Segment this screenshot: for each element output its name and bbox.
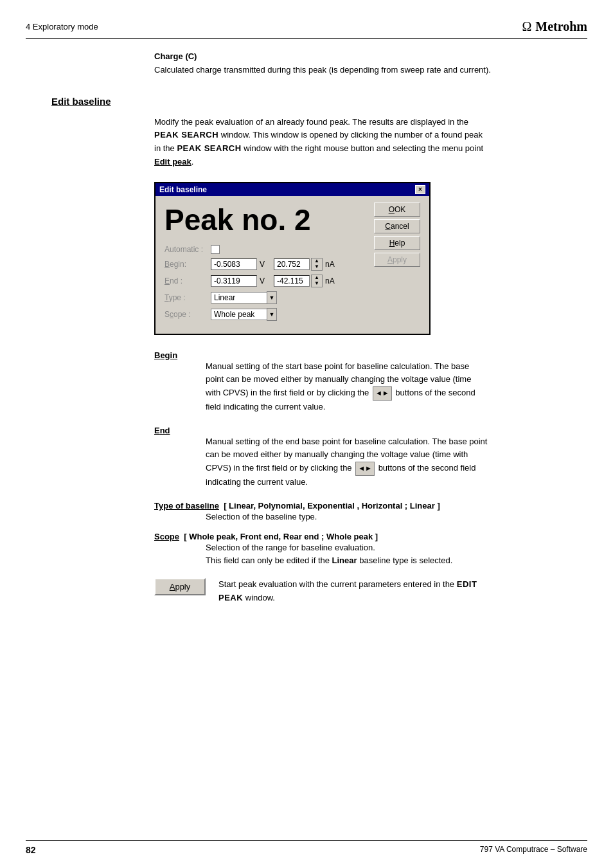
begin-section-content: Manual setting of the start base point f… (206, 360, 488, 414)
peak-search-ref2: PEAK SEARCH (177, 143, 241, 153)
apply-button[interactable]: Apply (154, 578, 206, 595)
edit-baseline-heading: Edit baseline (51, 96, 587, 107)
scope-desc2: This field can only be edited if the (206, 556, 332, 565)
type-select[interactable] (211, 292, 267, 303)
product-name: 797 VA Computrace – Software (480, 845, 587, 855)
scope-section: Scope [ Whole peak, Front end, Rear end … (154, 532, 514, 566)
apply-description: Start peak evaluation with the current p… (218, 578, 501, 605)
type-baseline-options: [ Linear, Polynomial, Exponential , Hori… (222, 501, 440, 511)
page-footer: 82 797 VA Computrace – Software (26, 840, 587, 855)
desc-text3: window with the right mouse button and s… (242, 143, 484, 153)
end-voltage-input[interactable] (211, 275, 257, 287)
dialog-main-area: Peak no. 2 Automatic : Begin: V (164, 203, 368, 325)
brand-name: Metrohm (535, 19, 587, 34)
help-button[interactable]: Help (374, 236, 420, 250)
end-voltage-unit: V (260, 276, 265, 285)
charge-description: Calculated charge transmitted during thi… (154, 64, 587, 77)
chapter-title: 4 Exploratory mode (26, 22, 98, 32)
automatic-checkbox[interactable] (211, 245, 220, 254)
peak-search-ref1: PEAK SEARCH (154, 130, 218, 140)
dialog-title: Edit baseline (159, 185, 207, 194)
charge-title: Charge (C) (154, 51, 587, 61)
begin-spinner-down[interactable]: ▼ (312, 264, 322, 270)
end-label: End : (164, 276, 211, 285)
apply-label-rest: pply (175, 582, 190, 592)
end-row: End : V ▲ ▼ nA (164, 275, 368, 287)
scope-select-container: ▼ (211, 308, 277, 321)
scope-options: [ Whole peak, Front end, Rear end ; Whol… (182, 532, 378, 541)
scope-row: Scope : ▼ (164, 308, 368, 321)
dialog-container: Edit baseline × Peak no. 2 Automatic : (154, 182, 587, 335)
begin-sub-section: Begin Manual setting of the start base p… (154, 350, 488, 414)
automatic-row: Automatic : (164, 245, 368, 254)
begin-label: Begin: (164, 260, 211, 269)
automatic-label: Automatic : (164, 245, 211, 254)
end-section-label: End (154, 426, 488, 435)
end-current-unit: nA (325, 276, 335, 285)
scope-section-label: Scope (154, 532, 179, 541)
desc-text4: . (191, 157, 194, 167)
dialog-fields: Automatic : Begin: V ▲ ▼ (164, 245, 368, 321)
dialog-titlebar: Edit baseline × (155, 183, 429, 196)
apply-button-dialog[interactable]: Apply (374, 253, 420, 267)
edit-baseline-dialog: Edit baseline × Peak no. 2 Automatic : (154, 182, 431, 335)
begin-voltage-unit: V (260, 260, 265, 269)
page-header: 4 Exploratory mode Ω Metrohm (26, 19, 587, 39)
begin-current-input[interactable] (274, 258, 310, 270)
scope-linear-ref: Linear (332, 556, 357, 565)
page-number: 82 (26, 845, 36, 855)
omega-icon: Ω (522, 19, 531, 34)
dialog-close-button[interactable]: × (415, 185, 425, 194)
type-baseline-section: Type of baseline [ Linear, Polynomial, E… (154, 501, 514, 523)
type-row: Type : ▼ (164, 291, 368, 304)
scope-dropdown-arrow[interactable]: ▼ (267, 308, 277, 321)
end-section-content: Manual setting of the end base point for… (206, 435, 488, 489)
scope-select[interactable] (211, 309, 267, 320)
type-select-container: ▼ (211, 291, 277, 304)
scope-label: Scope : (164, 310, 211, 319)
apply-section: Apply Start peak evaluation with the cur… (154, 578, 587, 605)
brand-logo: Ω Metrohm (522, 19, 587, 34)
type-label: Type : (164, 293, 211, 302)
peak-title: Peak no. 2 (164, 203, 368, 237)
begin-voltage-input[interactable] (211, 258, 257, 270)
edit-peak-ref: Edit peak (154, 157, 191, 167)
scope-description: Selection of the range for baseline eval… (206, 541, 514, 566)
edit-baseline-description: Modify the peak evaluation of an already… (154, 116, 488, 169)
scope-desc1: Selection of the range for baseline eval… (206, 543, 375, 552)
cancel-button[interactable]: Cancel (374, 219, 420, 233)
end-spinner-down[interactable]: ▼ (312, 281, 322, 287)
end-sub-section: End Manual setting of the end base point… (154, 426, 488, 489)
charge-section: Charge (C) Calculated charge transmitted… (154, 51, 587, 77)
apply-desc2: window. (243, 593, 275, 602)
type-baseline-label: Type of baseline (154, 501, 219, 511)
end-spinner-icon: ◄► (355, 462, 375, 476)
begin-spinner[interactable]: ▲ ▼ (311, 258, 323, 271)
begin-section-label: Begin (154, 350, 488, 360)
dialog-buttons-panel: OOK Cancel Help Apply (374, 203, 420, 325)
begin-current-unit: nA (325, 260, 335, 269)
desc-text1: Modify the peak evaluation of an already… (154, 117, 468, 127)
ok-button[interactable]: OOK (374, 203, 420, 217)
begin-spinner-icon: ◄► (373, 386, 392, 401)
end-current-input[interactable] (274, 275, 310, 287)
end-spinner[interactable]: ▲ ▼ (311, 275, 323, 287)
scope-desc3: baseline type is selected. (357, 556, 453, 565)
begin-row: Begin: V ▲ ▼ nA (164, 258, 368, 271)
type-baseline-desc: Selection of the baseline type. (206, 511, 514, 523)
type-dropdown-arrow[interactable]: ▼ (267, 291, 277, 304)
dialog-body: Peak no. 2 Automatic : Begin: V (155, 196, 429, 334)
apply-desc1: Start peak evaluation with the current p… (218, 579, 457, 589)
